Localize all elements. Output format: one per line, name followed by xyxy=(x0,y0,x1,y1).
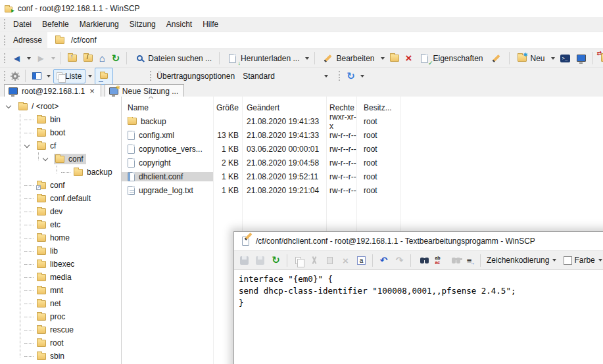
back-history-caret[interactable] xyxy=(27,57,31,60)
tab-close-icon[interactable]: × xyxy=(89,86,95,96)
view-mode-caret[interactable] xyxy=(88,75,92,78)
column-header-gr-e[interactable]: Größe xyxy=(213,99,242,112)
menu-item-datei[interactable]: Datei xyxy=(8,18,37,31)
tree-guide-line xyxy=(38,152,39,160)
tree-item-backup[interactable]: backup xyxy=(0,166,121,179)
edit-options-caret[interactable] xyxy=(381,57,385,60)
open-button[interactable] xyxy=(387,53,402,64)
editor-undo-button[interactable]: ↶ xyxy=(376,253,391,267)
file-row-copynotice-vers[interactable]: copynotice_vers...1 KB03.06.2020 00:00:0… xyxy=(122,142,603,156)
file-row-upgrade-log-txt[interactable]: upgrade_log.txt1 KB21.08.2020 19:21:04rw… xyxy=(122,183,603,197)
color-checkbox[interactable] xyxy=(564,256,572,265)
editor-cut-button[interactable] xyxy=(306,253,322,267)
forward-history-caret[interactable] xyxy=(51,57,55,60)
tree-expander-icon[interactable] xyxy=(41,152,54,166)
folder-icon xyxy=(37,129,46,137)
tree-item-conf-default[interactable]: conf.default xyxy=(0,192,121,205)
file-row-config-xml[interactable]: config.xml13 KB21.08.2020 19:41:33rw-r--… xyxy=(122,128,603,142)
menu-item-hilfe[interactable]: Hilfe xyxy=(197,18,224,31)
tree-item-libexec[interactable]: libexec xyxy=(0,258,121,271)
properties-button[interactable]: ✓ Eigenschaften xyxy=(416,51,486,66)
menu-item-sitzung[interactable]: Sitzung xyxy=(124,18,161,31)
address-field[interactable]: /cf/conf xyxy=(47,32,603,48)
editor-find-next-button[interactable] xyxy=(446,253,461,267)
delete-button[interactable]: × xyxy=(403,50,415,67)
download-options-caret[interactable] xyxy=(305,57,309,60)
synchronized-browsing-button[interactable]: ↻ xyxy=(344,68,358,84)
editor-reload-button[interactable]: ↻ xyxy=(268,253,283,267)
editor-save-as-button[interactable] xyxy=(253,253,268,267)
find-files-button[interactable]: Dateien suchen ... xyxy=(131,51,215,66)
editor-copy-button[interactable] xyxy=(291,253,306,267)
editor-goto-line-button[interactable]: ≡→ xyxy=(462,253,477,267)
tree-item-root[interactable]: / <root> xyxy=(0,100,121,113)
tree-item-label: sbin xyxy=(50,352,64,361)
editor-delete-button[interactable]: × xyxy=(338,253,353,267)
synchronize-button[interactable]: ⇄ xyxy=(597,51,603,66)
encoding-dropdown[interactable]: Zeichenkodierung xyxy=(484,256,560,265)
forward-button[interactable]: ► xyxy=(34,51,49,66)
back-button[interactable]: ◄ xyxy=(9,51,24,66)
panel-layout-button[interactable] xyxy=(30,70,44,81)
preferences-button[interactable] xyxy=(9,71,21,81)
sync-browse-caret[interactable] xyxy=(360,75,364,78)
parent-directory-button[interactable]: ↑ xyxy=(65,53,80,64)
transfer-preset-combo[interactable]: Standard xyxy=(240,70,332,82)
tree-item-lib[interactable]: lib xyxy=(0,244,121,258)
new-button[interactable]: ✱ Neu xyxy=(514,51,548,66)
tree-expander-icon[interactable] xyxy=(4,100,17,113)
column-header-besitz[interactable]: Besitz... xyxy=(356,99,400,112)
column-header-ge-ndert[interactable]: Geändert xyxy=(242,99,326,112)
download-button[interactable]: ↓ Herunterladen ... xyxy=(224,51,302,66)
tree-item-mnt[interactable]: mnt xyxy=(0,284,121,297)
tree-item-net[interactable]: net xyxy=(0,297,121,310)
menu-item-ansicht[interactable]: Ansicht xyxy=(161,18,197,31)
tree-expander-icon[interactable] xyxy=(22,139,36,152)
file-row-copyright[interactable]: copyright2 KB21.08.2020 19:04:58rw-r--r-… xyxy=(122,156,603,170)
edit-button[interactable]: Bearbeiten xyxy=(319,51,377,66)
tab-session-active[interactable]: root@192.168.1.1 × xyxy=(4,84,101,98)
open-console-button[interactable]: >_ xyxy=(558,53,573,64)
editor-find-button[interactable] xyxy=(414,253,429,267)
tree-item-conf[interactable]: ↗conf xyxy=(0,179,121,192)
column-header-name[interactable]: Name xyxy=(122,99,213,112)
color-toggle[interactable]: Farbe xyxy=(561,256,603,265)
editor-redo-button[interactable]: ↷ xyxy=(392,253,407,267)
menu-item-markierung[interactable]: Markierung xyxy=(74,18,124,31)
file-row-dhclient-conf[interactable]: dhclient.conf1 KB21.08.2020 19:52:11rw-r… xyxy=(122,170,603,183)
file-row-backup[interactable]: backup21.08.2020 19:41:33rwxr-xr-xroot xyxy=(122,114,603,128)
tree-item-cf[interactable]: cf xyxy=(0,139,121,152)
tree-item-dev[interactable]: dev xyxy=(0,205,121,218)
refresh-button[interactable]: ↻ xyxy=(109,51,123,66)
tree-item-bin[interactable]: bin xyxy=(0,113,121,126)
editor-select-all-button[interactable]: a xyxy=(354,253,369,267)
tree-toggle-button[interactable] xyxy=(95,68,113,85)
tree-item-rescue[interactable]: rescue xyxy=(0,323,121,336)
file-name: copyright xyxy=(139,158,171,168)
home-directory-button[interactable]: ⌂ xyxy=(97,51,108,66)
editor-save-button[interactable] xyxy=(237,253,252,267)
column-header-rechte[interactable]: Rechte xyxy=(326,99,356,112)
tree-item-boot[interactable]: boot xyxy=(0,126,121,139)
panel-layout-caret[interactable] xyxy=(47,75,51,78)
editor-replace-button[interactable]: abac xyxy=(430,253,445,267)
tree-item-sbin[interactable]: sbin xyxy=(0,350,121,363)
tree-guide-line xyxy=(20,114,20,357)
tree-item-etc[interactable]: etc xyxy=(0,218,121,231)
tree-item-conf[interactable]: conf xyxy=(0,152,121,166)
view-mode-liste-button[interactable]: Liste xyxy=(53,69,85,83)
tree-item-proc[interactable]: proc xyxy=(0,310,121,323)
tree-item-home[interactable]: home xyxy=(0,231,121,244)
editor-text-area[interactable]: interface "{em0}" {send dhcp-class-ident… xyxy=(234,270,603,309)
tab-new-session[interactable]: ✱ Neue Sitzung ... xyxy=(105,84,184,98)
new-options-caret[interactable] xyxy=(551,57,555,60)
menu-item-befehle[interactable]: Befehle xyxy=(37,18,74,31)
rename-button[interactable] xyxy=(488,51,505,66)
symlink-badge-icon: ↗ xyxy=(36,185,41,190)
tree-item-root[interactable]: root xyxy=(0,336,121,350)
editor-paste-button[interactable] xyxy=(322,253,337,267)
file-icon xyxy=(128,145,135,154)
tree-item-media[interactable]: media xyxy=(0,271,121,284)
root-directory-button[interactable]: / xyxy=(81,53,95,64)
open-putty-button[interactable] xyxy=(574,53,589,64)
